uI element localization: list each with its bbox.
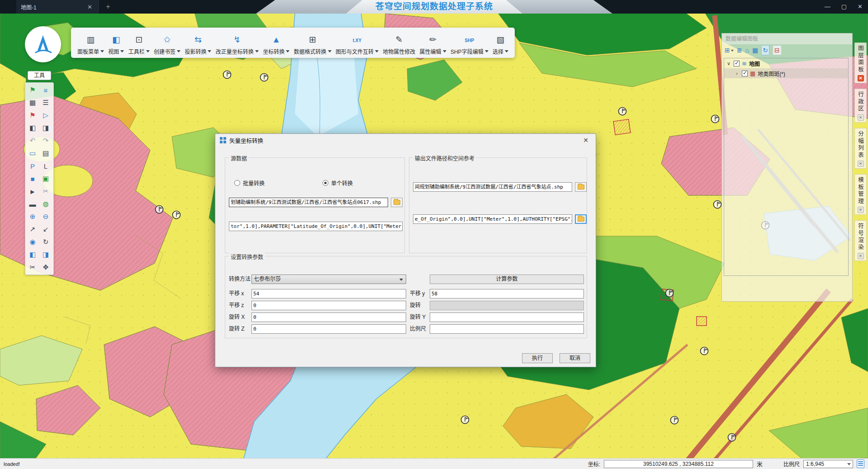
toolbar-item-graphic-file-convert[interactable]: t.XY图形与文件互转 — [334, 29, 380, 56]
coordinate-input[interactable]: 39510249.625 , 3234885.112 — [604, 460, 753, 468]
app-logo[interactable] — [25, 26, 61, 62]
cut-dashed-icon[interactable]: ✂ — [39, 185, 52, 197]
output-browse-button[interactable] — [575, 182, 587, 192]
tab-close-icon[interactable]: ✕ — [86, 4, 94, 10]
scale-input[interactable] — [430, 324, 584, 334]
source-browse-button[interactable] — [391, 198, 403, 207]
tree-label-map[interactable]: 地图 — [749, 60, 760, 67]
single-transform-radio[interactable]: 单个转换 — [323, 179, 353, 187]
checkbox-checked[interactable] — [734, 61, 740, 66]
maximize-icon[interactable]: ▢ — [840, 0, 849, 14]
dialog-close-icon[interactable]: ✕ — [580, 136, 591, 145]
toolbar-item-correction-coord-transform[interactable]: ↯改正量坐标转换 — [214, 29, 261, 56]
close-icon[interactable]: ✕ — [858, 75, 864, 81]
chevron-right-icon[interactable]: › — [734, 71, 740, 76]
expand-icon[interactable]: ↗ — [26, 223, 39, 235]
close-icon[interactable]: ✕ — [858, 161, 864, 167]
add-layer-icon[interactable]: ≣ — [737, 46, 742, 55]
tree-row-map[interactable]: ∨ ≋ 地图 — [724, 58, 848, 68]
copy-right-icon[interactable]: ◨ — [39, 122, 52, 134]
output-spatialref-browse-button[interactable] — [575, 214, 587, 224]
marquee-select-icon[interactable]: ▭ — [26, 147, 39, 159]
batch-transform-radio[interactable]: 批量转换 — [234, 179, 265, 187]
grid-icon[interactable]: ▦ — [752, 46, 758, 55]
export-icon[interactable]: ▷ — [39, 109, 52, 121]
toolbar-item-create-bookmark[interactable]: ✩创建书签 — [152, 29, 182, 56]
redo-icon[interactable]: ↷ — [39, 135, 52, 147]
toolbar-item-data-format-convert[interactable]: ⊞数据格式转换 — [292, 29, 333, 56]
scale-select[interactable]: 1:6,945 — [803, 460, 853, 468]
monitor-prev-icon[interactable]: ◧ — [26, 249, 39, 261]
close-icon[interactable]: ✕ — [858, 114, 864, 121]
cancel-button[interactable]: 取消 — [560, 353, 590, 363]
toolbar-item-select[interactable]: ▧选择 — [491, 29, 510, 56]
shift-z-input[interactable]: 0 — [251, 301, 406, 310]
data-edit-panel-title[interactable]: 数据编辑图板 — [722, 33, 852, 44]
calculate-params-button[interactable]: 计算参数 — [430, 275, 584, 284]
map-document-tab[interactable]: 地图-1 ✕ — [16, 0, 99, 14]
add-data-icon[interactable]: ⊞ — [725, 46, 734, 55]
home-icon[interactable]: ⌂ — [745, 46, 749, 55]
select-cursor-icon[interactable]: ► — [26, 185, 39, 197]
scissors-icon[interactable]: ✂ — [26, 261, 39, 273]
line-tool-icon[interactable]: L — [39, 160, 52, 172]
point-tool-icon[interactable]: P — [26, 160, 39, 172]
globe-green-icon[interactable]: ◍ — [39, 198, 52, 210]
rotate-icon[interactable]: ↻ — [39, 236, 52, 248]
close-icon[interactable]: ✕ — [858, 207, 864, 213]
rotate-y-input[interactable] — [430, 313, 584, 322]
close-icon[interactable]: ✕ — [858, 253, 864, 259]
chevron-down-icon[interactable]: ∨ — [726, 61, 731, 66]
layer-list-icon[interactable]: ≡ — [39, 84, 52, 96]
undo-icon[interactable]: ↶ — [26, 135, 39, 147]
measure-icon[interactable]: ▬ — [26, 198, 39, 210]
clipboard-icon[interactable] — [857, 460, 864, 468]
refresh-icon[interactable]: ↻ — [761, 45, 769, 55]
transform-method-select[interactable]: 七参布尔莎 — [251, 275, 406, 284]
toolbar-item-coord-transform[interactable]: ▲坐标转换 — [261, 29, 291, 56]
minimize-icon[interactable]: — — [823, 0, 832, 14]
output-path-input[interactable]: 间规划辅助编制系统/9江西测试数据/江西省/江西省气象站点.shp — [413, 182, 572, 192]
close-icon[interactable]: ✕ — [856, 0, 864, 14]
source-path-input[interactable]: 划辅助编制系统/9江西测试数据/江西省/江西省气象站点0617.shp — [229, 198, 388, 207]
remove-layer-icon[interactable]: ⊟ — [773, 45, 782, 55]
zoom-out-icon[interactable]: ⊖ — [39, 211, 52, 223]
shift-y-input[interactable]: 58 — [430, 289, 584, 298]
rotate-x-input[interactable]: 0 — [251, 313, 406, 322]
source-spatialref-input[interactable]: tor",1.0],PARAMETER["Latitude_Of_Origin"… — [229, 222, 403, 231]
tool-palette-header[interactable]: 工具 — [28, 71, 51, 80]
side-tab-符号渲染[interactable]: 符号渲染✕ — [854, 220, 867, 261]
execute-button[interactable]: 执行 — [522, 353, 553, 363]
side-tab-分幅列表[interactable]: 分幅列表✕ — [854, 128, 867, 169]
shift-x-input[interactable]: 54 — [251, 289, 406, 298]
checkbox-checked[interactable] — [742, 71, 748, 76]
copy-left-icon[interactable]: ◧ — [26, 122, 39, 134]
pan-hand-icon[interactable]: ✥ — [39, 261, 52, 273]
toolbar-item-shp-field-edit[interactable]: SHPSHP字段编辑 — [449, 29, 490, 56]
tree-row-landuse-layer[interactable]: › ▦ 地类图斑(*) — [724, 68, 848, 78]
toolbar-item-panel-menu[interactable]: ▥面板菜单 — [76, 29, 106, 56]
tree-label-landuse[interactable]: 地类图斑(*) — [758, 70, 785, 77]
side-tab-图层面板[interactable]: 图层面板✕ — [854, 43, 867, 83]
side-tab-行政区[interactable]: 行政区✕ — [854, 89, 867, 123]
collapse-icon[interactable]: ↙ — [39, 223, 52, 235]
toolbar-item-attr-edit[interactable]: ✏属性编辑 — [418, 29, 448, 56]
fill-square-icon[interactable]: ■ — [26, 173, 39, 185]
import-pin-icon[interactable]: ⚑ — [26, 109, 39, 121]
add-placemark-icon[interactable]: ⚑ — [26, 84, 39, 96]
dialog-titlebar[interactable]: 矢量坐标转换 ✕ — [215, 134, 596, 147]
toolbar-item-toolbar-menu[interactable]: ⊡工具栏 — [127, 29, 152, 56]
monitor-grid-icon[interactable]: ◨ — [39, 249, 52, 261]
save-icon[interactable]: ▦ — [26, 97, 39, 109]
new-tab-button[interactable]: + — [103, 2, 113, 12]
paste-icon[interactable]: ▤ — [39, 147, 52, 159]
rotate-z-input[interactable]: 0 — [251, 324, 406, 334]
toolbar-item-view[interactable]: ◧视图 — [106, 29, 126, 56]
toolbar-item-projection-transform[interactable]: ⇆投影转换 — [183, 29, 213, 56]
zoom-in-icon[interactable]: ⊕ — [26, 211, 39, 223]
swatches-icon[interactable]: ▣ — [39, 173, 52, 185]
toolbar-item-feature-attr-modify[interactable]: ✎地物属性修改 — [381, 29, 417, 56]
globe-blue-icon[interactable]: ◉ — [26, 236, 39, 248]
side-tab-模板管理[interactable]: 模板管理✕ — [854, 174, 867, 215]
print-icon[interactable]: ☰ — [39, 97, 52, 109]
